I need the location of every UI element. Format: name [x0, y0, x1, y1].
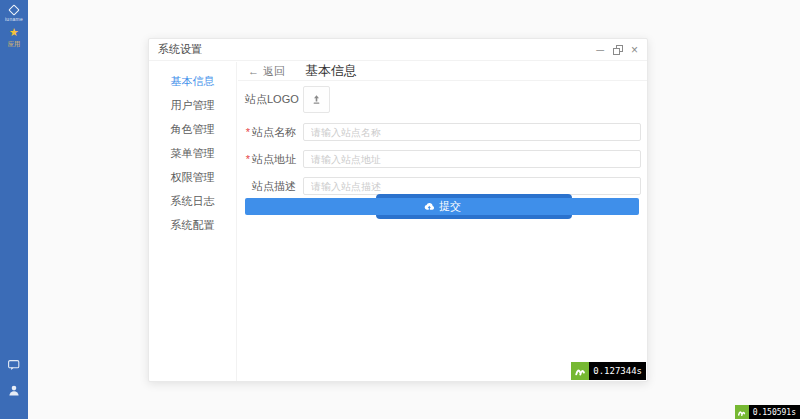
settings-content-pane: ← 返回 基本信息 站点LOGO *站点名称 *站点地址	[238, 62, 647, 381]
modal-titlebar: 系统设置 ─ ×	[149, 39, 647, 61]
chat-icon[interactable]	[8, 357, 20, 375]
menu-item-menu-management[interactable]: 菜单管理	[149, 141, 236, 165]
menu-item-permission-management[interactable]: 权限管理	[149, 165, 236, 189]
cloud-upload-icon	[423, 202, 435, 211]
site-logo-label: 站点LOGO	[245, 92, 296, 107]
brand-logo-icon[interactable]	[8, 4, 19, 15]
upload-icon	[311, 94, 322, 105]
menu-item-basic-info[interactable]: 基本信息	[149, 69, 236, 93]
window-controls: ─ ×	[596, 45, 638, 55]
back-label: 返回	[263, 64, 285, 79]
site-url-label: *站点地址	[245, 152, 296, 167]
settings-menu: 基本信息 用户管理 角色管理 菜单管理 权限管理 系统日志 系统配置	[149, 62, 237, 381]
debug-trace-badge[interactable]: 0.127344s	[571, 362, 646, 380]
app-icon-rail: iuname ★ 应用	[0, 0, 28, 419]
user-icon[interactable]	[8, 382, 20, 400]
logo-upload-button[interactable]	[303, 86, 330, 113]
close-icon[interactable]: ×	[631, 45, 638, 55]
modal-title: 系统设置	[158, 42, 202, 57]
brand-name: iuname	[0, 16, 28, 22]
site-desc-row: 站点描述	[245, 177, 641, 195]
system-settings-modal: 系统设置 ─ × 基本信息 用户管理 角色管理 菜单管理 权限管理 系统日志 系…	[148, 38, 648, 382]
site-name-row: *站点名称	[245, 123, 641, 141]
menu-item-system-config[interactable]: 系统配置	[149, 213, 236, 237]
required-mark: *	[246, 153, 250, 165]
menu-item-system-log[interactable]: 系统日志	[149, 189, 236, 213]
site-desc-input[interactable]	[303, 177, 641, 195]
debug-time: 0.127344s	[589, 362, 646, 380]
debug-time: 0.150591s	[749, 405, 800, 419]
site-url-input[interactable]	[303, 150, 641, 168]
site-name-label: *站点名称	[245, 125, 296, 140]
content-header: ← 返回 基本信息	[238, 62, 647, 81]
app-label: 应用	[0, 40, 28, 49]
site-logo-row: 站点LOGO	[245, 86, 330, 113]
site-url-row: *站点地址	[245, 150, 641, 168]
submit-label: 提交	[439, 199, 461, 214]
desktop: { "icons": { "star": "★", "minimize": "─…	[0, 0, 800, 419]
thinkphp-logo-icon	[735, 405, 749, 419]
minimize-icon[interactable]: ─	[596, 45, 604, 55]
required-mark: *	[246, 126, 250, 138]
page-debug-trace-badge[interactable]: 0.150591s	[735, 405, 800, 419]
back-link[interactable]: ← 返回	[248, 64, 285, 79]
page-title: 基本信息	[305, 62, 357, 80]
site-name-input[interactable]	[303, 123, 641, 141]
menu-item-user-management[interactable]: 用户管理	[149, 93, 236, 117]
restore-icon[interactable]	[613, 45, 622, 54]
menu-item-role-management[interactable]: 角色管理	[149, 117, 236, 141]
star-icon[interactable]: ★	[0, 26, 28, 38]
thinkphp-logo-icon	[571, 362, 589, 380]
back-arrow-icon: ←	[248, 65, 259, 77]
site-desc-label: 站点描述	[245, 179, 296, 194]
submit-button[interactable]: 提交	[245, 198, 639, 215]
